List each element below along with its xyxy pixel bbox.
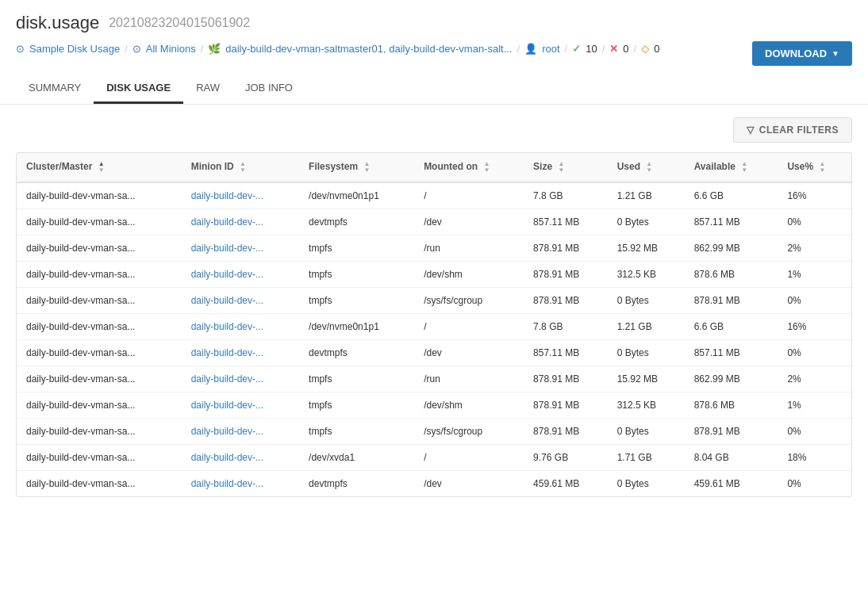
check-count: 10 bbox=[586, 43, 597, 55]
minion-id-cell[interactable]: daily-build-dev-... bbox=[182, 366, 299, 392]
size-cell: 857.11 MB bbox=[524, 340, 608, 366]
use-pct-cell: 1% bbox=[778, 392, 851, 419]
minion-id-cell[interactable]: daily-build-dev-... bbox=[182, 471, 299, 497]
mounted-on-cell: /sys/fs/cgroup bbox=[414, 288, 524, 314]
table-row: daily-build-dev-vman-sa...daily-build-de… bbox=[17, 209, 851, 235]
sort-icons-available[interactable]: ▲ ▼ bbox=[741, 161, 747, 174]
minion-id-cell[interactable]: daily-build-dev-... bbox=[182, 262, 299, 288]
used-cell: 15.92 MB bbox=[608, 366, 685, 392]
table-header-row: Cluster/Master ▲ ▼ Minion ID ▲ ▼ bbox=[17, 153, 851, 182]
cluster-cell: daily-build-dev-vman-sa... bbox=[17, 366, 182, 392]
minion-id-cell[interactable]: daily-build-dev-... bbox=[182, 340, 299, 366]
tab-job-info[interactable]: JOB INFO bbox=[232, 74, 305, 104]
minion-id-cell[interactable]: daily-build-dev-... bbox=[182, 419, 299, 445]
sort-desc-icon[interactable]: ▼ bbox=[483, 167, 490, 174]
title-row: disk.usage 20210823204015061902 bbox=[16, 13, 250, 33]
sort-desc-icon[interactable]: ▼ bbox=[558, 167, 564, 174]
download-button[interactable]: DOWNLOAD ▼ bbox=[752, 41, 852, 66]
minion-id-cell[interactable]: daily-build-dev-... bbox=[182, 314, 299, 340]
mounted-on-cell: / bbox=[414, 314, 524, 340]
breadcrumb-link-minions[interactable]: All Minions bbox=[146, 43, 196, 55]
download-label: DOWNLOAD bbox=[765, 48, 827, 59]
minion-id-cell[interactable]: daily-build-dev-... bbox=[182, 445, 299, 471]
minion-id-cell[interactable]: daily-build-dev-... bbox=[182, 392, 299, 419]
use-pct-cell: 2% bbox=[778, 366, 851, 392]
breadcrumb-icon-2: ⊙ bbox=[133, 43, 141, 55]
tab-disk-usage[interactable]: DISK USAGE bbox=[94, 74, 183, 104]
minion-id-cell[interactable]: daily-build-dev-... bbox=[182, 235, 299, 262]
job-id: 20210823204015061902 bbox=[109, 16, 250, 30]
filesystem-cell: tmpfs bbox=[299, 288, 414, 314]
filesystem-cell: tmpfs bbox=[299, 262, 414, 288]
table-row: daily-build-dev-vman-sa...daily-build-de… bbox=[17, 445, 851, 471]
breadcrumb-icon-1: ⊙ bbox=[16, 43, 25, 55]
page-title: disk.usage bbox=[16, 13, 99, 33]
sort-desc-icon[interactable]: ▼ bbox=[741, 167, 747, 174]
available-cell: 8.04 GB bbox=[685, 445, 778, 471]
mounted-on-cell: /sys/fs/cgroup bbox=[414, 419, 524, 445]
available-cell: 878.6 MB bbox=[685, 262, 778, 288]
mounted-on-cell: /dev/shm bbox=[414, 392, 524, 419]
col-mounted-on: Mounted on ▲ ▼ bbox=[414, 153, 524, 182]
sort-icons-use-pct[interactable]: ▲ ▼ bbox=[819, 161, 825, 174]
mounted-on-cell: / bbox=[414, 445, 524, 471]
sort-desc-icon[interactable]: ▼ bbox=[98, 167, 105, 174]
size-cell: 7.8 GB bbox=[524, 182, 608, 209]
x-icon: ✕ bbox=[609, 43, 618, 55]
cluster-cell: daily-build-dev-vman-sa... bbox=[17, 288, 182, 314]
minion-id-cell[interactable]: daily-build-dev-... bbox=[182, 288, 299, 314]
used-cell: 1.71 GB bbox=[608, 445, 685, 471]
sort-icons-size[interactable]: ▲ ▼ bbox=[558, 161, 564, 174]
sort-icons-cluster[interactable]: ▲ ▼ bbox=[98, 161, 105, 174]
size-cell: 878.91 MB bbox=[524, 419, 608, 445]
col-use-pct: Use% ▲ ▼ bbox=[778, 153, 851, 182]
table-row: daily-build-dev-vman-sa...daily-build-de… bbox=[17, 340, 851, 366]
filesystem-cell: /dev/nvme0n1p1 bbox=[299, 314, 414, 340]
breadcrumb-label-host: daily-build-dev-vman-saltmaster01, daily… bbox=[225, 43, 512, 55]
filesystem-cell: tmpfs bbox=[299, 235, 414, 262]
size-cell: 857.11 MB bbox=[524, 209, 608, 235]
sort-icons-minion[interactable]: ▲ ▼ bbox=[240, 161, 246, 174]
mounted-on-cell: /dev/shm bbox=[414, 262, 524, 288]
minion-id-cell[interactable]: daily-build-dev-... bbox=[182, 182, 299, 209]
breadcrumb-sep-4: / bbox=[565, 43, 568, 55]
use-pct-cell: 18% bbox=[778, 445, 851, 471]
sort-icons-used[interactable]: ▲ ▼ bbox=[646, 161, 652, 174]
filesystem-cell: devtmpfs bbox=[299, 209, 414, 235]
breadcrumb-link-sample[interactable]: Sample Disk Usage bbox=[29, 43, 120, 55]
sort-desc-icon[interactable]: ▼ bbox=[240, 167, 246, 174]
col-minion-id: Minion ID ▲ ▼ bbox=[182, 153, 299, 182]
available-cell: 459.61 MB bbox=[685, 471, 778, 497]
clear-filters-button[interactable]: ▽ CLEAR FILTERS bbox=[733, 117, 852, 143]
available-cell: 878.91 MB bbox=[685, 288, 778, 314]
mounted-on-cell: /run bbox=[414, 235, 524, 262]
use-pct-cell: 1% bbox=[778, 262, 851, 288]
sort-icons-mounted[interactable]: ▲ ▼ bbox=[483, 161, 490, 174]
sort-desc-icon[interactable]: ▼ bbox=[819, 167, 825, 174]
minion-id-cell[interactable]: daily-build-dev-... bbox=[182, 209, 299, 235]
use-pct-cell: 2% bbox=[778, 235, 851, 262]
tab-raw[interactable]: RAW bbox=[183, 74, 232, 104]
table-row: daily-build-dev-vman-sa...daily-build-de… bbox=[17, 314, 851, 340]
breadcrumb-icon-4: 👤 bbox=[524, 43, 537, 55]
used-cell: 312.5 KB bbox=[608, 392, 685, 419]
mounted-on-cell: /run bbox=[414, 366, 524, 392]
breadcrumb-icon-3: 🌿 bbox=[208, 43, 221, 55]
tab-summary[interactable]: SUMMARY bbox=[16, 74, 94, 104]
breadcrumb-link-host[interactable]: daily-build-dev-vman-saltmaster01, daily… bbox=[225, 43, 512, 55]
use-pct-cell: 16% bbox=[778, 314, 851, 340]
used-cell: 0 Bytes bbox=[608, 419, 685, 445]
available-cell: 878.6 MB bbox=[685, 392, 778, 419]
breadcrumb-label-sample: Sample Disk Usage bbox=[29, 43, 120, 55]
sort-desc-icon[interactable]: ▼ bbox=[363, 167, 370, 174]
size-cell: 7.8 GB bbox=[524, 314, 608, 340]
sort-desc-icon[interactable]: ▼ bbox=[646, 167, 652, 174]
size-cell: 878.91 MB bbox=[524, 262, 608, 288]
filesystem-cell: devtmpfs bbox=[299, 471, 414, 497]
mounted-on-cell: / bbox=[414, 182, 524, 209]
used-cell: 0 Bytes bbox=[608, 288, 685, 314]
mounted-on-cell: /dev bbox=[414, 209, 524, 235]
breadcrumb-link-user[interactable]: root bbox=[542, 43, 559, 55]
sort-icons-filesystem[interactable]: ▲ ▼ bbox=[363, 161, 370, 174]
tab-bar: SUMMARY DISK USAGE RAW JOB INFO bbox=[16, 74, 852, 104]
